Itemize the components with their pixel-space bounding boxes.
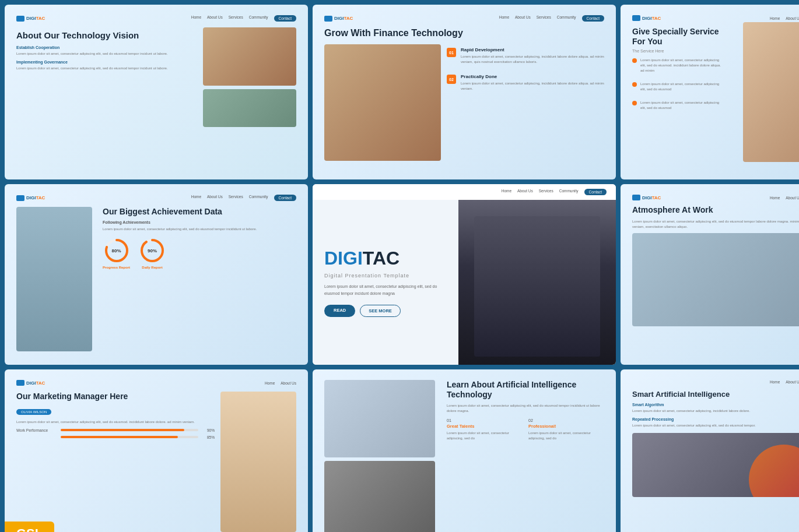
slide3-dot3 xyxy=(632,101,637,105)
slide-finance: DIGITAC Home About Us Services Community… xyxy=(313,5,616,179)
slide-ai: Learn About Artificial Intelligence Tech… xyxy=(313,369,616,532)
slide4-image xyxy=(16,207,92,351)
slide-hero: Home About Us Services Community Contact… xyxy=(313,184,616,365)
read-button[interactable]: READ xyxy=(324,305,355,317)
slide2-num2: 02 xyxy=(447,75,456,84)
slide3-image xyxy=(743,22,799,162)
slide-atmosphere: DIGITAC Home About Us Atmosphere At Work… xyxy=(621,184,799,365)
logo-4: DIGITAC xyxy=(16,195,45,201)
slide3-item1-text: Lorem ipsum dolor sit amet, consectetur … xyxy=(640,58,726,73)
logo-icon-1 xyxy=(16,16,24,22)
slide7-bar2-fill xyxy=(61,436,178,438)
slide8-col1: 01 Great Talents Lorem ipsum dolor sit a… xyxy=(447,418,523,445)
nav-bar-6: DIGITAC Home About Us xyxy=(632,195,799,200)
slide5-nav: Home About Us Services Community Contact xyxy=(313,184,616,200)
circle-daily-label: Daily Report xyxy=(142,266,162,269)
slide7-perf2: 85% xyxy=(16,435,215,439)
slide4-circles: 80% Progress Report 90% Daily Report xyxy=(103,238,296,269)
slide2-text: 01 Rapid Development Lorem ipsum dolor s… xyxy=(447,44,604,161)
slide3-item1: Lorem ipsum dolor sit amet, consectetur … xyxy=(632,58,726,77)
slide9-proc-text: Lorem ipsum dolor sit amet, consectetur … xyxy=(632,423,799,428)
logo-text-2: DIGITAC xyxy=(334,16,353,21)
slide8-img2 xyxy=(324,461,435,533)
slide8-col2-num: 02 xyxy=(528,418,604,422)
slide4-body: Lorem ipsum dolor sit amet, consectetur … xyxy=(103,227,296,232)
slide9-algo-text: Lorem ipsum dolor sit amet, consectetur … xyxy=(632,408,799,414)
slide8-text: Learn About Artificial Intelligence Tech… xyxy=(441,380,604,532)
slide5-hero-image xyxy=(458,200,616,365)
slide5-body: DIGITAC Digital Presentation Template Lo… xyxy=(313,200,616,365)
slide6-title: Atmosphere At Work xyxy=(632,205,799,214)
nav-bar-9: Home About Us xyxy=(632,380,799,384)
slide2-item2: 02 Practically Done Lorem ipsum dolor si… xyxy=(447,74,604,95)
slide7-content: Our Marketing Manager Here OLIVIA WILSON… xyxy=(16,392,296,532)
slide2-item2-text: Practically Done Lorem ipsum dolor sit a… xyxy=(461,74,604,95)
nav-bar-7: DIGITAC Home About Us xyxy=(16,380,296,386)
slide1-images xyxy=(203,27,296,166)
logo-7: DIGITAC xyxy=(16,380,45,386)
slide1-section2-label: Implementing Governance xyxy=(16,60,197,64)
slide3-item2-text: Lorem ipsum dolor sit amet, consectetur … xyxy=(640,82,726,92)
nav-bar-1: DIGITAC Home About Us Services Community… xyxy=(16,15,296,22)
slide3-item3: Lorem ipsum dolor sit amet, consectetur … xyxy=(632,100,726,114)
slide1-section1-text: Lorem ipsum dolor sit amet, consectetur … xyxy=(16,51,197,57)
slide3-title: Give Specially Service For You xyxy=(632,27,726,47)
nav-bar-2: DIGITAC Home About Us Services Community… xyxy=(324,15,604,22)
slide8-body: Lorem ipsum dolor sit amet, consectetur … xyxy=(447,403,604,414)
slide5-desc: Lorem ipsum dolor sit amet, consectetur … xyxy=(324,283,447,296)
slide-technology-vision: DIGITAC Home About Us Services Community… xyxy=(5,5,308,179)
slide7-image xyxy=(220,392,296,532)
slide5-logo: DIGITAC xyxy=(324,248,447,269)
slide3-item3-text: Lorem ipsum dolor sit amet, consectetur … xyxy=(640,100,726,111)
nav-links-4: Home About Us Services Community Contact xyxy=(191,195,296,201)
slide2-title: Grow With Finance Technology xyxy=(324,27,604,38)
slide2-content: 01 Rapid Development Lorem ipsum dolor s… xyxy=(324,44,604,161)
slide7-perf-pct1: 90% xyxy=(202,428,215,432)
slide4-content: Our Biggest Achievement Data Following A… xyxy=(16,207,296,351)
logo-icon-6 xyxy=(632,195,640,200)
slide7-title: Our Marketing Manager Here xyxy=(16,392,215,401)
slide7-name-badge: OLIVIA WILSON xyxy=(16,409,51,415)
slide2-item1-text: Rapid Development Lorem ipsum dolor sit … xyxy=(461,47,604,68)
slide3-dot1 xyxy=(632,58,637,63)
slide8-col1-title: Great Talents xyxy=(447,424,523,429)
slide5-left: DIGITAC Digital Presentation Template Lo… xyxy=(313,200,458,365)
logo-text-1: DIGITAC xyxy=(26,16,45,21)
logo-2: DIGITAC xyxy=(324,16,353,22)
slide8-col2-text: Lorem ipsum dolor sit amet, consectetur … xyxy=(528,431,604,441)
slide7-bar1-fill xyxy=(61,429,184,431)
slide9-algo-label: Smart Algorithm xyxy=(632,403,799,407)
nav-links-3: Home About Us xyxy=(770,16,799,20)
circle-progress: 80% Progress Report xyxy=(103,238,130,269)
nav-links-6: Home About Us xyxy=(770,196,799,200)
slide9-title: Smart Artificial Intelligence xyxy=(632,390,799,399)
seemore-button[interactable]: SEE MORE xyxy=(360,305,401,317)
slide-service: DIGITAC Home About Us Give Specially Ser… xyxy=(621,5,799,179)
vr-person-silhouette xyxy=(474,216,600,357)
gsl-badge: GSL xyxy=(5,522,54,532)
nav-links-7: Home About Us xyxy=(265,381,296,385)
nav-bar-3: DIGITAC Home About Us xyxy=(632,15,799,21)
nav-bar-4: DIGITAC Home About Us Services Community… xyxy=(16,195,296,201)
circle-progress-pct: 80% xyxy=(111,248,121,253)
slide2-image xyxy=(324,44,441,161)
slide-marketing: DIGITAC Home About Us Our Marketing Mana… xyxy=(5,369,308,532)
circle-daily-pct: 90% xyxy=(148,248,157,253)
logo-icon-2 xyxy=(324,16,332,22)
slide7-bar1-bg xyxy=(61,429,198,431)
slide3-item2: Lorem ipsum dolor sit amet, consectetur … xyxy=(632,82,726,96)
slide9-proc-label: Repeated Processing xyxy=(632,417,799,421)
logo-text-3: DIGITAC xyxy=(642,16,661,21)
slide7-bar2-bg xyxy=(61,436,198,438)
slide4-text: Our Biggest Achievement Data Following A… xyxy=(97,207,296,351)
slide1-section1-label: Establish Cooperation xyxy=(16,45,197,50)
slide1-content: About Our Technology Vision Establish Co… xyxy=(16,27,296,166)
slide2-img-placeholder xyxy=(324,44,441,161)
circle-daily: 90% Daily Report xyxy=(139,238,165,269)
slide5-buttons: READ SEE MORE xyxy=(324,305,447,317)
slide3-dot2 xyxy=(632,82,637,87)
logo-1: DIGITAC xyxy=(16,16,45,22)
slide2-num1: 01 xyxy=(447,48,456,57)
nav-links-2: Home About Us Services Community Contact xyxy=(499,15,604,22)
logo-icon-3 xyxy=(632,15,640,21)
